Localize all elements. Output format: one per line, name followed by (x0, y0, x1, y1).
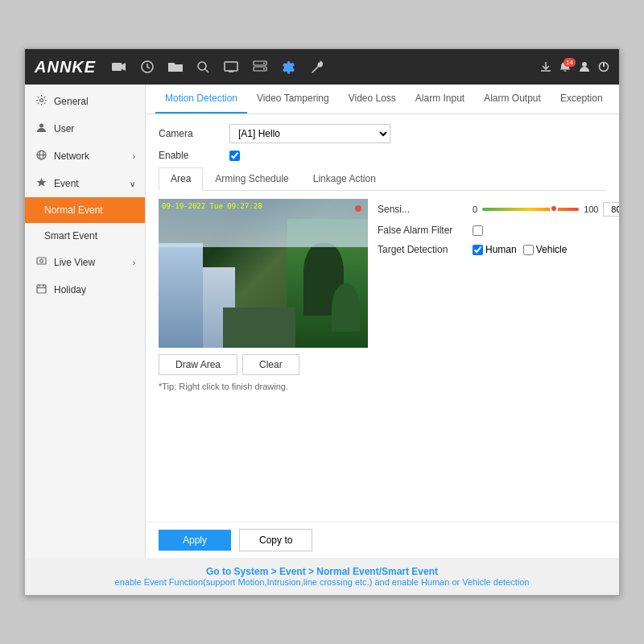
sensitivity-label: Sensi... (378, 204, 466, 215)
human-label: Human (485, 244, 517, 255)
video-controls-row: 09-19-2022 Tue 09:27:28 Sensi... 0 (159, 199, 606, 348)
enable-label: Enable (159, 150, 223, 161)
human-checkbox[interactable] (473, 245, 483, 255)
target-detection-row: Target Detection Human Vehicle (378, 244, 619, 255)
notification-badge: 14 (564, 58, 576, 67)
vehicle-check-label: Vehicle (523, 244, 568, 255)
sensitivity-max: 100 (584, 204, 598, 214)
camera-select[interactable]: [A1] Hello (229, 124, 390, 143)
nav-icons (112, 60, 540, 74)
video-preview: 09-19-2022 Tue 09:27:28 (159, 199, 368, 348)
sidebar-item-user[interactable]: User (25, 115, 145, 142)
live-view-expand-icon: › (133, 258, 135, 267)
svg-line-2 (205, 69, 208, 72)
bottom-annotation: Go to System > Event > Normal Event/Smar… (25, 558, 619, 595)
draw-buttons-row: Draw Area Clear (159, 354, 606, 375)
video-timestamp: 09-19-2022 Tue 09:27:28 (162, 202, 262, 210)
sensitivity-row: Sensi... 0 100 80 (378, 202, 619, 217)
video-scene (159, 199, 368, 348)
slider-thumb[interactable] (550, 204, 558, 213)
right-panel: Motion Detection Video Tampering Video L… (146, 85, 619, 558)
sensitivity-min: 0 (473, 204, 477, 214)
false-alarm-checkbox[interactable] (473, 225, 483, 236)
apply-button[interactable]: Apply (159, 530, 231, 551)
controls-panel: Sensi... 0 100 80 (378, 199, 619, 348)
event-label: Event (54, 178, 79, 189)
svg-point-14 (39, 124, 43, 128)
sub-tab-arming-schedule[interactable]: Arming Schedule (203, 167, 300, 190)
tab-video-tampering[interactable]: Video Tampering (247, 85, 339, 114)
clear-button[interactable]: Clear (242, 354, 299, 375)
normal-event-label: Normal Event (44, 204, 103, 216)
tip-text: *Tip: Right click to finish drawing. (159, 382, 606, 391)
main-content: General User Network › (25, 85, 619, 558)
svg-rect-20 (37, 285, 46, 293)
search-icon[interactable] (197, 61, 209, 73)
settings-gear-icon[interactable] (282, 60, 295, 74)
folder-icon[interactable] (168, 61, 183, 72)
camera-icon[interactable] (112, 61, 126, 72)
main-tabs: Motion Detection Video Tampering Video L… (146, 85, 619, 114)
tree2 (332, 283, 360, 332)
user-icon (35, 122, 47, 135)
general-icon (35, 95, 47, 108)
vehicle-label: Vehicle (536, 244, 568, 255)
sensitivity-slider: 0 100 80 (473, 202, 619, 217)
camera-label: Camera (159, 128, 223, 139)
vehicle-checkbox[interactable] (523, 245, 534, 255)
event-expand-icon: ∨ (130, 180, 135, 188)
power-icon[interactable] (598, 61, 609, 72)
building (159, 243, 203, 348)
tab-alarm-input[interactable]: Alarm Input (406, 85, 474, 114)
holiday-label: Holiday (54, 284, 86, 295)
action-bar: Apply Copy to (146, 522, 619, 558)
svg-point-8 (263, 63, 265, 64)
human-check-label: Human (473, 244, 517, 255)
sidebar-item-network[interactable]: Network › (25, 142, 145, 170)
svg-point-1 (198, 62, 206, 70)
copy-to-button[interactable]: Copy to (239, 529, 312, 551)
false-alarm-row: False Alarm Filter (378, 225, 619, 236)
sidebar-item-smart-event[interactable]: Smart Event (25, 223, 145, 249)
notification-icon[interactable]: 14 (559, 61, 571, 72)
monitor-icon[interactable] (224, 61, 238, 72)
wrench-icon[interactable] (310, 60, 323, 73)
sub-tabs: Area Arming Schedule Linkage Action (159, 167, 606, 191)
enable-row: Enable (159, 150, 606, 161)
camera-row: Camera [A1] Hello (159, 124, 606, 143)
sidebar-item-general[interactable]: General (25, 88, 145, 115)
network-label: Network (54, 151, 89, 162)
user-account-icon[interactable] (579, 61, 590, 72)
sidebar-item-normal-event[interactable]: Normal Event (25, 197, 145, 223)
storage-icon[interactable] (253, 60, 267, 73)
nav-right: 14 (540, 61, 609, 72)
download-icon[interactable] (540, 61, 551, 72)
sidebar-item-live-view[interactable]: Live View › (25, 249, 145, 276)
user-label: User (54, 123, 74, 134)
tab-exception[interactable]: Exception (551, 85, 613, 114)
recording-indicator (355, 205, 361, 212)
annotation-line2: enable Event Function(support Motion,Int… (41, 577, 603, 587)
event-icon (35, 177, 47, 190)
live-view-label: Live View (54, 257, 95, 268)
tab-alarm-output[interactable]: Alarm Output (474, 85, 551, 114)
sidebar-item-event[interactable]: Event ∨ (25, 170, 145, 197)
playback-icon[interactable] (141, 60, 154, 73)
draw-area-button[interactable]: Draw Area (159, 354, 237, 375)
sub-tab-linkage-action[interactable]: Linkage Action (301, 167, 388, 190)
tab-video-loss[interactable]: Video Loss (339, 85, 406, 114)
live-view-icon (35, 256, 47, 269)
sidebar: General User Network › (25, 85, 146, 558)
ground (223, 308, 295, 348)
tab-motion-detection[interactable]: Motion Detection (155, 85, 247, 114)
svg-rect-3 (225, 62, 237, 71)
general-label: General (54, 96, 89, 107)
sensitivity-value[interactable]: 80 (603, 202, 619, 217)
slider-track[interactable] (482, 208, 579, 211)
svg-point-9 (263, 68, 265, 70)
network-expand-icon: › (133, 152, 135, 161)
sub-tab-area[interactable]: Area (159, 167, 203, 191)
svg-rect-18 (37, 258, 46, 264)
enable-checkbox[interactable] (229, 151, 240, 161)
sidebar-item-holiday[interactable]: Holiday (25, 276, 145, 303)
